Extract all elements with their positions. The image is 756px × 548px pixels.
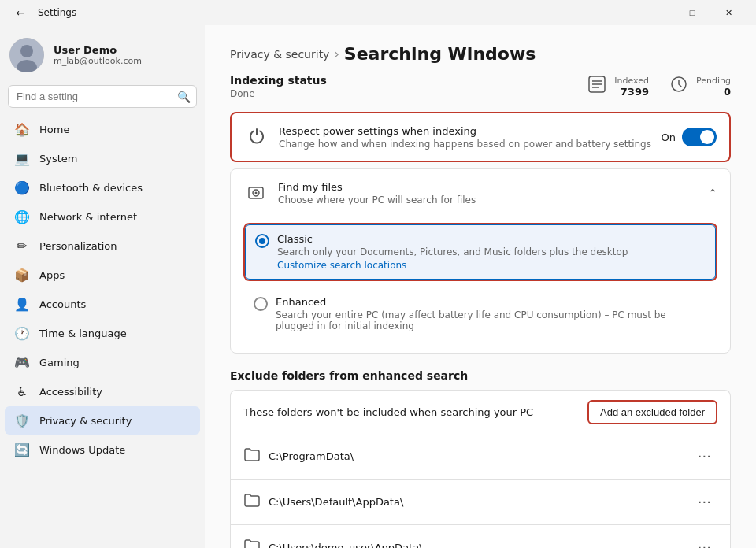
find-files-title: Find my files <box>278 181 476 193</box>
classic-label: Classic <box>277 233 628 245</box>
sidebar-item-label: Accounts <box>39 298 86 310</box>
search-input[interactable] <box>8 85 197 108</box>
toggle-label: On <box>662 131 676 143</box>
chevron-up-icon: ⌃ <box>708 187 717 199</box>
bluetooth-icon: 🔵 <box>14 180 30 195</box>
folder-more-button-2[interactable]: ··· <box>691 536 717 548</box>
enhanced-radio-button <box>254 297 268 311</box>
sidebar-item-personalization[interactable]: ✏️ Personalization <box>5 231 200 260</box>
classic-radio-option[interactable]: Classic Search only your Documents, Pict… <box>245 224 716 280</box>
back-button[interactable]: ← <box>9 2 32 24</box>
classic-option-card: Classic Search only your Documents, Pict… <box>243 223 717 281</box>
sidebar-item-apps[interactable]: 📦 Apps <box>5 261 200 289</box>
respect-power-text: Respect power settings when indexing Cha… <box>279 125 651 150</box>
svg-point-10 <box>255 192 258 194</box>
breadcrumb-current: Searching Windows <box>344 44 536 64</box>
user-name: User Demo <box>54 44 142 56</box>
classic-desc: Search only your Documents, Pictures, an… <box>277 246 628 257</box>
pending-value: 0 <box>724 86 731 98</box>
exclude-header-text: These folders won't be included when sea… <box>243 406 533 418</box>
classic-radio-button <box>255 234 269 248</box>
respect-power-desc: Change how and when indexing happens bas… <box>279 139 651 150</box>
accessibility-icon: ♿ <box>14 383 30 399</box>
app-body: User Demo m_lab@outlook.com 🔍 🏠 Home 💻 S… <box>0 25 756 548</box>
breadcrumb-parent[interactable]: Privacy & security <box>230 48 329 61</box>
sidebar: User Demo m_lab@outlook.com 🔍 🏠 Home 💻 S… <box>0 25 205 548</box>
sidebar-item-bluetooth[interactable]: 🔵 Bluetooth & devices <box>5 173 200 202</box>
sidebar-item-network[interactable]: 🌐 Network & internet <box>5 202 200 231</box>
pending-icon <box>668 73 690 99</box>
window-controls: − □ ✕ <box>638 0 747 25</box>
app-title: Settings <box>38 7 76 18</box>
avatar <box>9 38 44 72</box>
pending-label: Pending <box>696 76 731 86</box>
folder-more-button-0[interactable]: ··· <box>691 445 717 468</box>
customize-link[interactable]: Customize search locations <box>277 260 628 271</box>
apps-icon: 📦 <box>14 267 30 283</box>
indexed-value: 7399 <box>621 86 649 98</box>
indexing-status-info: Indexing status Done <box>230 74 327 99</box>
folder-path-0: C:\ProgramData\ <box>269 450 354 462</box>
pending-stat: Pending 0 <box>668 73 731 99</box>
sidebar-item-windows-update[interactable]: 🔄 Windows Update <box>5 435 200 464</box>
folder-left-2: C:\Users\demo_user\AppData\ <box>243 538 423 549</box>
gaming-icon: 🎮 <box>14 354 30 370</box>
sidebar-item-label: Privacy & security <box>39 415 132 427</box>
respect-power-toggle[interactable] <box>682 128 717 146</box>
user-email: m_lab@outlook.com <box>54 56 142 66</box>
folder-icon-1 <box>243 492 261 513</box>
folder-row-1: C:\Users\Default\AppData\ ··· <box>230 480 731 525</box>
sidebar-item-gaming[interactable]: 🎮 Gaming <box>5 348 200 376</box>
breadcrumb: Privacy & security › Searching Windows <box>230 44 731 64</box>
sidebar-item-label: Accessibility <box>39 386 102 398</box>
sidebar-item-system[interactable]: 💻 System <box>5 144 200 172</box>
sidebar-item-label: System <box>39 153 77 165</box>
sidebar-item-label: Personalization <box>39 240 117 252</box>
indexed-icon <box>586 73 608 99</box>
sidebar-item-home[interactable]: 🏠 Home <box>5 115 200 143</box>
folder-row-0: C:\ProgramData\ ··· <box>230 434 731 480</box>
indexing-status-title: Indexing status <box>230 74 327 87</box>
folder-left-1: C:\Users\Default\AppData\ <box>243 492 403 513</box>
respect-power-controls: On <box>662 128 717 146</box>
sidebar-item-label: Apps <box>39 269 65 281</box>
svg-point-1 <box>20 45 33 57</box>
user-profile: User Demo m_lab@outlook.com <box>0 25 205 82</box>
find-files-header[interactable]: Find my files Choose where your PC will … <box>231 169 730 217</box>
content-area: Privacy & security › Searching Windows I… <box>205 25 756 548</box>
indexed-info: Indexed 7399 <box>614 76 649 98</box>
windows-update-icon: 🔄 <box>14 442 30 457</box>
indexing-status-bar: Indexing status Done Indexed <box>230 73 731 99</box>
minimize-button[interactable]: − <box>638 0 674 25</box>
sidebar-item-label: Network & internet <box>39 211 137 223</box>
sidebar-item-accessibility[interactable]: ♿ Accessibility <box>5 377 200 405</box>
exclude-folders-panel: These folders won't be included when sea… <box>230 390 731 548</box>
personalization-icon: ✏️ <box>14 238 30 254</box>
respect-power-title: Respect power settings when indexing <box>279 125 651 137</box>
classic-radio-text: Classic Search only your Documents, Pict… <box>277 233 628 271</box>
accounts-icon: 👤 <box>14 296 30 312</box>
add-excluded-folder-button[interactable]: Add an excluded folder <box>587 400 717 424</box>
folder-more-button-1[interactable]: ··· <box>691 491 717 513</box>
maximize-button[interactable]: □ <box>674 0 710 25</box>
home-icon: 🏠 <box>14 121 30 137</box>
respect-power-row: Respect power settings when indexing Cha… <box>232 113 729 161</box>
find-files-body: Classic Search only your Documents, Pict… <box>231 217 730 353</box>
network-icon: 🌐 <box>14 209 30 224</box>
sidebar-item-label: Time & language <box>39 328 127 339</box>
respect-power-left: Respect power settings when indexing Cha… <box>244 124 651 150</box>
respect-power-card: Respect power settings when indexing Cha… <box>230 112 731 162</box>
enhanced-desc: Search your entire PC (may affect batter… <box>276 309 707 331</box>
folder-row-2: C:\Users\demo_user\AppData\ ··· <box>230 525 731 548</box>
close-button[interactable]: ✕ <box>710 0 747 25</box>
find-files-text: Find my files Choose where your PC will … <box>278 181 476 206</box>
indexed-label: Indexed <box>614 76 649 86</box>
indexed-stat: Indexed 7399 <box>586 73 649 99</box>
system-icon: 💻 <box>14 150 30 166</box>
enhanced-radio-option[interactable]: Enhanced Search your entire PC (may affe… <box>243 287 717 340</box>
title-bar: ← Settings − □ ✕ <box>0 0 756 25</box>
sidebar-item-time[interactable]: 🕐 Time & language <box>5 319 200 347</box>
sidebar-item-privacy[interactable]: 🛡️ Privacy & security <box>5 406 200 435</box>
sidebar-item-accounts[interactable]: 👤 Accounts <box>5 290 200 318</box>
folder-icon-2 <box>243 538 261 549</box>
